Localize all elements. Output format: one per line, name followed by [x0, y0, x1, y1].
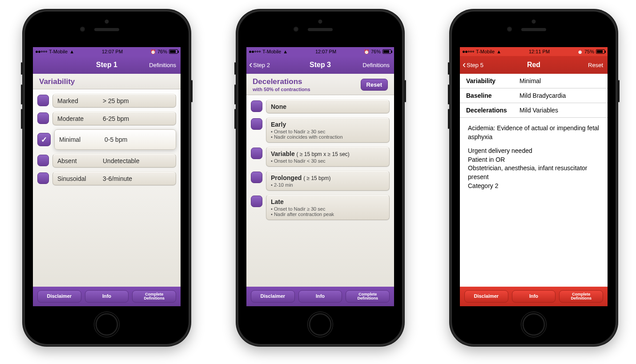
reset-button[interactable]: Reset	[588, 56, 603, 74]
option-row[interactable]: LateOnset to Nadir ≥ 30 secNadir after c…	[251, 195, 390, 220]
option-row[interactable]: Sinusoidal3-6/minute	[37, 172, 176, 185]
section-subtitle: with 50% of contractions	[253, 87, 310, 92]
status-bar: T-Mobile ▲ 12:11 PM ⏰ 75%	[460, 47, 608, 56]
option-value: 3-6/minute	[103, 175, 132, 182]
option-value: > 25 bpm	[103, 97, 129, 104]
complete-definitions-button[interactable]: CompleteDefinitions	[559, 290, 603, 303]
option-row[interactable]: ✓Minimal0-5 bpm	[37, 129, 176, 150]
nav-title: Step 3	[310, 61, 331, 69]
disclaimer-button[interactable]: Disclaimer	[37, 290, 81, 303]
battery-icon	[596, 49, 605, 54]
option-bullet: Nadir after contraction peak	[271, 212, 385, 217]
option-bullet: 2-10 min	[271, 182, 385, 188]
checkbox[interactable]	[37, 112, 49, 124]
nav-title: Step 1	[96, 61, 117, 69]
complete-definitions-button[interactable]: CompleteDefinitions	[346, 290, 390, 303]
carrier-label: T-Mobile	[476, 49, 495, 54]
option-card[interactable]: None	[266, 100, 390, 113]
option-row[interactable]: Prolonged ( ≥ 15 bpm)2-10 min	[251, 171, 390, 191]
option-card[interactable]: EarlyOnset to Nadir ≥ 30 secNadir coinci…	[266, 117, 390, 143]
option-value: 6-25 bpm	[103, 115, 129, 122]
section-header: Variability	[33, 74, 181, 89]
option-card[interactable]: Prolonged ( ≥ 15 bpm)2-10 min	[266, 171, 390, 191]
option-card[interactable]: Sinusoidal3-6/minute	[52, 172, 176, 185]
checkbox[interactable]	[251, 172, 262, 183]
option-card[interactable]: Marked> 25 bpm	[52, 94, 176, 108]
signal-dots-icon	[36, 51, 47, 53]
back-button[interactable]: ‹ Step 5	[463, 56, 483, 74]
result-key: Decelerations	[466, 107, 519, 114]
option-label: Marked	[57, 97, 95, 104]
status-time: 12:11 PM	[529, 49, 550, 54]
disclaimer-button[interactable]: Disclaimer	[251, 290, 295, 303]
option-label: Moderate	[57, 115, 95, 122]
option-label: Late	[271, 198, 284, 205]
wifi-icon: ▲	[69, 49, 74, 54]
bottom-toolbar: Disclaimer Info CompleteDefinitions	[460, 287, 608, 306]
result-message: Acidemia: Evidence of actual or impendin…	[460, 118, 608, 202]
screen: T-Mobile ▲ 12:11 PM ⏰ 75% ‹ Step 5 Red R…	[460, 47, 608, 306]
option-label: Variable ( ≥ 15 bpm x ≥ 15 sec)	[271, 150, 350, 157]
nav-bar: ‹ Step 5 Red Reset	[460, 56, 608, 74]
bottom-toolbar: Disclaimer Info CompleteDefinitions	[246, 287, 394, 306]
body: Variability Marked> 25 bpmModerate6-25 b…	[33, 74, 181, 287]
body: VariabilityMinimalBaselineMild Bradycard…	[460, 74, 608, 287]
checkbox[interactable]	[251, 148, 262, 159]
phone-step3: T-Mobile ▲ 12:07 PM ⏰ 76% ‹ Step 2 Step …	[236, 9, 405, 347]
option-card[interactable]: Variable ( ≥ 15 bpm x ≥ 15 sec)Onset to …	[266, 147, 390, 167]
checkbox[interactable]: ✓	[37, 133, 51, 146]
option-bullet: Nadir coincides with contraction	[271, 134, 385, 140]
info-button[interactable]: Info	[512, 290, 556, 303]
status-time: 12:07 PM	[102, 49, 123, 54]
option-label: Sinusoidal	[57, 175, 95, 182]
chevron-left-icon: ‹	[249, 60, 252, 70]
phone-red: T-Mobile ▲ 12:11 PM ⏰ 75% ‹ Step 5 Red R…	[449, 9, 618, 347]
bottom-toolbar: Disclaimer Info CompleteDefinitions	[33, 287, 181, 306]
home-button[interactable]	[94, 312, 120, 337]
checkbox[interactable]	[37, 95, 49, 106]
option-label: Prolonged ( ≥ 15 bpm)	[271, 174, 330, 181]
option-card[interactable]: Minimal0-5 bpm	[54, 129, 176, 150]
home-button[interactable]	[307, 312, 333, 337]
home-button[interactable]	[521, 312, 547, 337]
carrier-label: T-Mobile	[49, 49, 68, 54]
body: Decelerations with 50% of contractions R…	[246, 74, 394, 287]
result-key: Baseline	[466, 92, 519, 99]
option-row[interactable]: AbsentUndetectable	[37, 154, 176, 168]
screen: T-Mobile ▲ 12:07 PM ⏰ 76% Step 1 Definit…	[33, 47, 181, 306]
checkbox[interactable]	[251, 118, 262, 130]
info-button[interactable]: Info	[298, 290, 342, 303]
reset-button[interactable]: Reset	[361, 79, 388, 91]
alarm-icon: ⏰	[364, 49, 369, 54]
info-button[interactable]: Info	[85, 290, 129, 303]
option-row[interactable]: Marked> 25 bpm	[37, 94, 176, 108]
option-card[interactable]: LateOnset to Nadir ≥ 30 secNadir after c…	[266, 195, 390, 220]
definitions-button[interactable]: Definitions	[362, 56, 390, 74]
checkbox[interactable]	[251, 100, 262, 112]
option-row[interactable]: Variable ( ≥ 15 bpm x ≥ 15 sec)Onset to …	[251, 147, 390, 167]
checkbox[interactable]	[251, 196, 262, 207]
option-row[interactable]: Moderate6-25 bpm	[37, 112, 176, 125]
option-card[interactable]: Moderate6-25 bpm	[52, 112, 176, 125]
battery-percent: 76%	[157, 49, 167, 54]
disclaimer-button[interactable]: Disclaimer	[464, 290, 508, 303]
definitions-button[interactable]: Definitions	[149, 56, 176, 74]
option-bullet: Onset to Nadir ≥ 30 sec	[271, 129, 385, 134]
option-row[interactable]: None	[251, 100, 390, 113]
back-label: Step 2	[253, 62, 270, 68]
complete-definitions-button[interactable]: CompleteDefinitions	[132, 290, 176, 303]
battery-icon	[382, 49, 391, 54]
nav-bar: Step 1 Definitions	[33, 56, 181, 74]
back-button[interactable]: ‹ Step 2	[249, 56, 270, 74]
result-value: Mild Bradycardia	[519, 92, 601, 99]
result-key: Variability	[466, 77, 519, 84]
option-row[interactable]: EarlyOnset to Nadir ≥ 30 secNadir coinci…	[251, 117, 390, 143]
option-list: NoneEarlyOnset to Nadir ≥ 30 secNadir co…	[246, 95, 394, 224]
result-row: BaselineMild Bradycardia	[460, 88, 608, 103]
status-time: 12:07 PM	[315, 49, 336, 54]
checkbox[interactable]	[37, 172, 49, 184]
signal-dots-icon	[463, 51, 474, 53]
option-card[interactable]: AbsentUndetectable	[52, 154, 176, 168]
checkbox[interactable]	[37, 155, 49, 166]
section-title: Decelerations	[253, 77, 310, 86]
